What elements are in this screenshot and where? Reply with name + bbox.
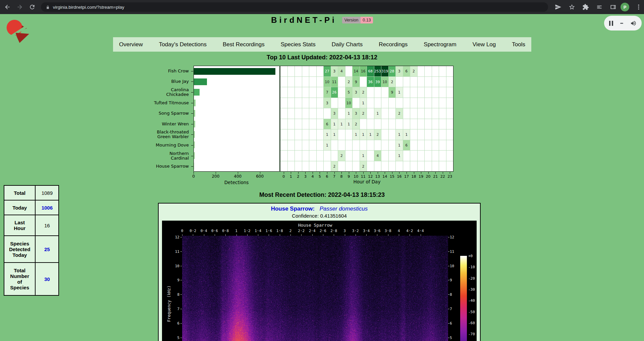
hour-tick-label: 19 — [419, 174, 423, 179]
spec-y-tick-label-left: 8 — [162, 292, 179, 297]
spec-y-tick — [180, 251, 182, 252]
url-bar[interactable]: virginia.birdnetpi.com/?stream=play — [41, 2, 548, 12]
bookmark-button[interactable] — [567, 2, 577, 12]
menu-button[interactable] — [633, 2, 644, 12]
reading-list-button[interactable] — [594, 2, 605, 12]
bar-row — [194, 108, 279, 119]
hour-tick-label: 5 — [319, 174, 321, 179]
heatmap-cell — [381, 87, 388, 98]
y-tick — [191, 166, 193, 167]
species-label: Song Sparrow — [154, 108, 189, 119]
spectrogram-colorbar — [460, 256, 467, 341]
heatmap-cell — [295, 161, 302, 172]
heatmap-cell: 28 — [389, 66, 396, 76]
detections-bar — [194, 78, 207, 85]
heatmap-cell — [353, 98, 360, 108]
profile-avatar[interactable]: P — [621, 3, 629, 11]
y-tick — [191, 145, 193, 146]
back-button[interactable] — [2, 2, 12, 12]
heatmap-cell — [280, 161, 287, 172]
heatmap-cell: 1 — [367, 129, 374, 140]
spec-x-tick-label: 4 — [398, 229, 400, 233]
heatmap-cell — [288, 119, 295, 129]
detections-bar — [194, 68, 275, 75]
heatmap-cell: 7 — [324, 87, 331, 98]
hour-tick-label: 3 — [304, 174, 307, 179]
heatmap-cell: 36 — [367, 77, 374, 87]
hour-tick — [443, 172, 443, 174]
forward-button[interactable] — [14, 2, 25, 12]
heatmap-cell — [288, 87, 295, 98]
heatmap-cell — [317, 129, 324, 140]
hour-tick-label: 4 — [311, 174, 314, 179]
pause-icon[interactable] — [609, 21, 613, 26]
heatmap-cell: 14 — [353, 66, 360, 76]
spec-y-tick — [448, 266, 449, 266]
heatmap-cell — [418, 129, 425, 140]
heatmap-cell — [374, 161, 381, 172]
heatmap-cell — [331, 140, 338, 151]
hour-tick-label: 17 — [404, 174, 409, 179]
spec-y-tick — [180, 266, 182, 266]
heatmap-cell — [439, 98, 446, 108]
x-tick-label: 400 — [234, 174, 241, 179]
stats-value-link[interactable]: 30 — [44, 276, 50, 282]
heatmap-cell — [360, 119, 367, 129]
heatmap-cell — [295, 108, 302, 119]
heatmap-cell — [309, 119, 316, 129]
x-tick — [194, 172, 194, 174]
spec-y-tick — [448, 323, 449, 324]
heatmap-cell — [324, 161, 331, 172]
species-common-link[interactable]: House Sparrow: — [271, 206, 315, 212]
heatmap-cell — [309, 129, 316, 140]
species-latin-link[interactable]: Passer domesticus — [320, 206, 368, 212]
heatmap-cell — [367, 108, 374, 119]
send-button[interactable] — [553, 2, 564, 12]
spec-x-tick — [410, 234, 410, 236]
spec-y-tick-label-left: 11 — [162, 249, 179, 253]
heatmap-cell — [439, 77, 446, 87]
heatmap-cell — [345, 129, 353, 140]
recent-detection-card: House Sparrow: Passer domesticus Confide… — [158, 203, 481, 341]
spec-y-tick-label-left: 7 — [162, 307, 179, 311]
heatmap-cell — [446, 151, 453, 161]
spec-x-tick-label: 3 — [343, 229, 346, 233]
heatmap-cell — [425, 66, 432, 76]
heatmap-cell: 2 — [331, 161, 338, 172]
hour-tick-label: 10 — [354, 174, 358, 179]
heatmap-cell — [317, 66, 324, 76]
reload-button[interactable] — [27, 2, 38, 12]
side-panel-button[interactable] — [608, 2, 619, 12]
audio-player[interactable] — [604, 16, 642, 31]
hour-tick — [414, 172, 414, 174]
heatmap-cell: 2 — [389, 77, 396, 87]
heatmap-cell — [432, 66, 439, 76]
volume-icon[interactable] — [630, 20, 637, 26]
stats-value-link[interactable]: 25 — [44, 246, 50, 252]
heatmap-cell — [295, 98, 302, 108]
heatmap-cell — [389, 140, 396, 151]
heatmap-cell — [288, 77, 295, 87]
heatmap-cell — [446, 108, 453, 119]
heatmap-cell — [317, 140, 324, 151]
heatmap-cell: 253 — [374, 66, 381, 76]
spec-x-tick — [269, 234, 269, 236]
heatmap-cell — [338, 87, 345, 98]
spec-x-tick — [388, 234, 388, 236]
heatmap-cell — [295, 66, 302, 76]
extensions-button[interactable] — [580, 2, 591, 12]
spec-y-tick — [180, 294, 182, 295]
hour-tick — [392, 172, 392, 174]
heatmap-cell — [374, 140, 381, 151]
heatmap-cell: 1 — [396, 140, 403, 151]
stats-table: Total1089Today1006Last Hour16Species Det… — [4, 185, 59, 296]
spectrogram-title: House Sparrow — [182, 223, 448, 228]
colorbar-tick-label: -40 — [468, 298, 475, 303]
heatmap-cell — [338, 77, 345, 87]
stats-value-link[interactable]: 1006 — [42, 205, 53, 211]
heatmap-cell — [403, 87, 410, 98]
spec-y-tick-label-left: 6 — [162, 321, 179, 325]
heatmap-cell — [425, 87, 432, 98]
heatmap-cell — [389, 98, 396, 108]
reload-icon — [29, 4, 36, 10]
